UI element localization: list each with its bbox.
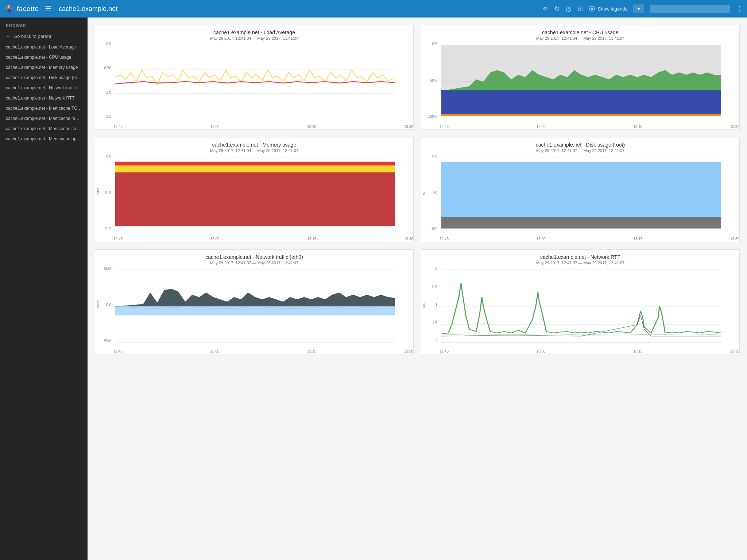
sidebar-item-2[interactable]: cache1.example.net - Memory usage (0, 62, 88, 73)
chart-load-average: cache1.example.net - Load Average May 29… (95, 25, 414, 130)
svg-rect-27 (441, 217, 721, 229)
x-axis-network: 12:4513:0013:1513:30 (113, 347, 413, 354)
filter-button[interactable]: ▼ (633, 4, 644, 13)
sidebar-item-1[interactable]: cache1.example.net - CPU usage (0, 52, 88, 62)
sidebar-item-9[interactable]: cache1.example.net - Memcache oper... (0, 134, 88, 144)
chart-body: 50M0.0-50M 12:4513:0013:1513:30 bytes (95, 267, 413, 354)
x-axis-rtt: 12:4513:0013:1513:30 (440, 347, 739, 354)
svg-marker-15 (441, 90, 721, 91)
y-axis-load: 1.51.00.500.0 (95, 42, 113, 118)
chart-body: 20G10G0.0 12:4513:0013:1513:30 bytes (95, 154, 413, 242)
menu-icon[interactable]: ☰ (45, 4, 51, 13)
sidebar-item-4[interactable]: cache1.example.net - Network traffic (..… (0, 83, 88, 93)
sidebar-item-7[interactable]: cache1.example.net - Memcache mem... (0, 113, 88, 124)
legends-icon (589, 5, 595, 12)
logo-text: facette (17, 5, 39, 13)
chart-header: cache1.example.net - Network RTT May 29 … (421, 250, 739, 267)
layout-icon[interactable]: ⊞ (577, 5, 583, 13)
chart-body: 100%50%0% 12:4513:0013:1513:30 (421, 42, 739, 129)
chart-svg-network (115, 269, 395, 343)
svg-marker-31 (115, 289, 395, 306)
main-content: cache1.example.net - Load Average May 29… (88, 18, 747, 560)
more-menu-icon[interactable]: ⋮ (736, 5, 743, 13)
chart-network-rtt: cache1.example.net - Network RTT May 29 … (421, 249, 740, 354)
back-button[interactable]: ← Go back to parent (0, 31, 88, 42)
show-legends-button[interactable]: Show legends (589, 5, 627, 12)
svg-marker-32 (115, 306, 395, 315)
browse-label: BROWSE (0, 23, 88, 31)
chart-subtitle: May 29 2017, 12:41:07 — May 29 2017, 13:… (424, 261, 736, 265)
sidebar-item-8[interactable]: cache1.example.net - Memcache com... (0, 124, 88, 134)
edit-icon[interactable]: ✏ (543, 5, 549, 13)
chart-title: cache1.example.net - Memory usage (98, 142, 410, 148)
y-unit-disk: % (422, 192, 426, 195)
x-axis-memory: 12:4513:0013:1513:30 (113, 234, 413, 242)
svg-point-7 (591, 8, 593, 10)
sidebar-item-5[interactable]: cache1.example.net - Network RTT (0, 93, 88, 103)
charts-grid: cache1.example.net - Load Average May 29… (95, 25, 740, 354)
logo[interactable]: facette (4, 4, 39, 14)
chart-header: cache1.example.net - Disk usage (root) M… (421, 137, 739, 154)
chart-cpu-usage: cache1.example.net - CPU usage May 29 20… (421, 25, 740, 130)
chart-subtitle: May 29 2017, 12:41:07 — May 29 2017, 13:… (424, 148, 736, 153)
svg-rect-22 (115, 162, 395, 166)
x-axis-load: 12:4513:0013:1513:30 (113, 122, 413, 129)
refresh-icon[interactable]: ↻ (554, 5, 560, 13)
svg-rect-16 (441, 114, 721, 116)
chart-title: cache1.example.net - Load Average (98, 30, 410, 35)
chart-title: cache1.example.net - CPU usage (424, 30, 736, 35)
chart-header: cache1.example.net - CPU usage May 29 20… (421, 25, 739, 42)
y-unit-memory: bytes (96, 187, 100, 195)
search-input[interactable] (650, 5, 730, 13)
chart-subtitle: May 29 2017, 12:41:04 — May 29 2017, 13:… (98, 36, 410, 40)
chart-subtitle: May 29 2017, 12:41:04 — May 29 2017, 13:… (424, 36, 736, 40)
x-axis-disk: 12:4513:0013:1513:30 (440, 234, 739, 242)
chart-title: cache1.example.net - Network RTT (424, 254, 736, 260)
chart-subtitle: May 29 2017, 12:41:04 — May 29 2017, 13:… (98, 148, 410, 153)
back-arrow-icon: ← (6, 34, 11, 39)
sidebar-item-3[interactable]: cache1.example.net - Disk usage (root) (0, 73, 88, 83)
app-body: BROWSE ← Go back to parent cache1.exampl… (0, 18, 747, 560)
chart-body: 21.510.50 12:4513:0013:1513:30 ms (421, 267, 739, 354)
chart-title: cache1.example.net - Network traffic (et… (98, 254, 410, 260)
header-toolbar: ✏ ↻ ◷ ⊞ Show legends ▼ ⋮ (543, 4, 743, 13)
chart-svg-load (115, 45, 395, 118)
chart-svg-rtt (441, 269, 721, 343)
chart-body: 1.51.00.500.0 12:4513:0013:1513:30 (95, 42, 413, 129)
sidebar-item-6[interactable]: cache1.example.net - Memcache TCP ... (0, 103, 88, 113)
chart-memory-usage: cache1.example.net - Memory usage May 29… (95, 137, 414, 242)
svg-rect-26 (441, 162, 721, 217)
chart-svg-disk (441, 157, 721, 231)
y-unit-network: bytes (96, 300, 100, 308)
sidebar-item-0[interactable]: cache1.example.net - Load Average (0, 42, 88, 52)
chart-header: cache1.example.net - Load Average May 29… (95, 25, 413, 42)
chart-subtitle: May 29 2017, 12:41:07 — May 29 2017, 13:… (98, 261, 410, 265)
chart-body: 100500.0 12:4513:0013:1513:30 % (421, 154, 739, 242)
chart-disk-usage: cache1.example.net - Disk usage (root) M… (421, 137, 740, 242)
chart-header: cache1.example.net - Network traffic (et… (95, 250, 413, 267)
y-axis-cpu: 100%50%0% (421, 42, 440, 118)
back-label: Go back to parent (13, 34, 51, 39)
page-title: cache1.example.net (59, 5, 543, 13)
history-icon[interactable]: ◷ (566, 5, 572, 13)
chart-title: cache1.example.net - Disk usage (root) (424, 142, 736, 148)
chart-svg-cpu (441, 45, 721, 118)
x-axis-cpu: 12:4513:0013:1513:30 (440, 122, 739, 129)
logo-icon (4, 4, 15, 14)
chart-svg-memory (115, 157, 395, 231)
chart-network-traffic: cache1.example.net - Network traffic (et… (95, 249, 414, 354)
y-unit-rtt: ms (422, 303, 426, 308)
sidebar: BROWSE ← Go back to parent cache1.exampl… (0, 18, 88, 560)
header: facette ☰ cache1.example.net ✏ ↻ ◷ ⊞ Sho… (0, 0, 747, 18)
svg-rect-13 (441, 91, 721, 116)
chart-header: cache1.example.net - Memory usage May 29… (95, 137, 413, 154)
svg-rect-20 (115, 171, 395, 226)
